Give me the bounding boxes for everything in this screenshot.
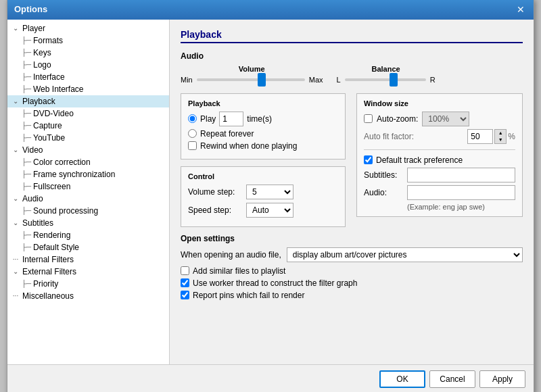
tree-item-player[interactable]: ⌄Player	[7, 22, 169, 34]
default-track-checkbox[interactable]	[364, 155, 373, 164]
tree-item-priority[interactable]: ├─Priority	[7, 278, 169, 290]
report-pins-row: Report pins which fail to render	[181, 291, 523, 300]
ok-button[interactable]: OK	[379, 370, 425, 388]
add-similar-row: Add similar files to playlist	[181, 266, 523, 276]
speed-step-label: Speed step:	[188, 205, 242, 215]
expander-audio: ⌄	[10, 195, 21, 202]
control-title: Control	[188, 172, 338, 180]
expander-formats: ├─	[21, 36, 32, 44]
tree-item-fullscreen[interactable]: ├─Fullscreen	[7, 180, 169, 193]
auto-zoom-checkbox[interactable]	[364, 114, 373, 123]
right-column: Window size Auto-zoom: 100%50%75%150%200…	[356, 93, 523, 234]
divider	[364, 149, 515, 150]
tree-label-miscellaneous: Miscellaneous	[21, 291, 74, 301]
tree-item-rendering[interactable]: ├─Rendering	[7, 229, 169, 241]
tree-item-capture[interactable]: ├─Capture	[7, 120, 169, 132]
playback-group: Playback Play time(s) Repeat forever	[181, 93, 346, 160]
two-col-layout: Playback Play time(s) Repeat forever	[181, 93, 523, 234]
tree-item-youtube[interactable]: ├─YouTube	[7, 132, 169, 144]
tree-item-keys[interactable]: ├─Keys	[7, 47, 169, 59]
tree-item-color-correction[interactable]: ├─Color correction	[7, 156, 169, 168]
tree-item-frame-sync[interactable]: ├─Frame synchronization	[7, 168, 169, 180]
subtitles-row: Subtitles:	[364, 168, 515, 182]
volume-group: Volume Min Max	[181, 65, 323, 84]
tree-label-web-interface: Web Interface	[32, 84, 83, 94]
auto-fit-spinner: ▲ ▼	[494, 129, 507, 144]
expander-capture: ├─	[21, 122, 32, 129]
tree-label-default-style: Default Style	[32, 243, 79, 252]
add-similar-label: Add similar files to playlist	[193, 266, 285, 276]
expander-frame-sync: ├─	[21, 170, 32, 178]
action-select[interactable]: display album art/cover pictures do noth…	[287, 247, 523, 262]
repeat-radio[interactable]	[188, 129, 197, 138]
content-panel: Playback Audio Volume Min Max	[170, 20, 534, 364]
tree-item-external-filters[interactable]: ⌄External Filters	[7, 266, 169, 278]
volume-step-select[interactable]: 51210	[246, 185, 293, 199]
default-track-label: Default track preference	[376, 155, 463, 165]
play-count-input[interactable]	[219, 112, 243, 126]
expander-priority: ├─	[21, 280, 32, 287]
title-bar: Options ✕	[7, 0, 534, 20]
audio-lang-label: Audio:	[364, 188, 403, 197]
tree-item-internal-filters[interactable]: ···Internal Filters	[7, 253, 169, 266]
open-settings-group: Open settings When opening an audio file…	[181, 234, 523, 300]
auto-fit-input[interactable]	[467, 129, 493, 144]
speed-step-select[interactable]: Auto0.10.20.5	[246, 203, 293, 218]
tree-item-sound-processing[interactable]: ├─Sound processing	[7, 205, 169, 217]
auto-zoom-label: Auto-zoom:	[377, 114, 418, 124]
auto-fit-label: Auto fit factor:	[364, 132, 414, 141]
spinner-down[interactable]: ▼	[495, 137, 506, 143]
expander-color-correction: ├─	[21, 158, 32, 166]
report-pins-label: Report pins which fail to render	[193, 291, 304, 300]
apply-button[interactable]: Apply	[479, 370, 525, 388]
play-radio[interactable]	[188, 114, 197, 123]
expander-logo: ├─	[21, 61, 32, 68]
window-body: ⌄Player├─Formats├─Keys├─Logo├─Interface├…	[7, 20, 534, 364]
dialog-title: Options	[14, 4, 47, 14]
expander-default-style: ├─	[21, 243, 32, 251]
balance-track[interactable]	[345, 78, 426, 81]
expander-internal-filters: ···	[10, 255, 21, 263]
auto-zoom-select[interactable]: 100%50%75%150%200%	[422, 112, 469, 126]
tree-label-playback: Playback	[21, 97, 55, 106]
options-dialog: Options ✕ ⌄Player├─Formats├─Keys├─Logo├─…	[7, 0, 534, 392]
tree-item-subtitles[interactable]: ⌄Subtitles	[7, 217, 169, 229]
tree-item-interface[interactable]: ├─Interface	[7, 71, 169, 83]
spinner-up[interactable]: ▲	[495, 130, 506, 137]
tree-item-default-style[interactable]: ├─Default Style	[7, 241, 169, 253]
volume-max-label: Max	[309, 76, 323, 84]
expander-fullscreen: ├─	[21, 182, 32, 190]
balance-thumb[interactable]	[390, 73, 398, 87]
close-button[interactable]: ✕	[515, 3, 527, 16]
tree-item-dvd-video[interactable]: ├─DVD-Video	[7, 107, 169, 120]
cancel-button[interactable]: Cancel	[429, 370, 475, 388]
rewind-checkbox[interactable]	[188, 141, 197, 150]
use-worker-checkbox[interactable]	[181, 278, 189, 287]
balance-right-label: R	[430, 76, 436, 84]
tree-item-video[interactable]: ⌄Video	[7, 144, 169, 156]
expander-player: ⌄	[10, 24, 21, 32]
expander-dvd-video: ├─	[21, 109, 32, 117]
tree-item-logo[interactable]: ├─Logo	[7, 59, 169, 71]
subtitles-input[interactable]	[407, 168, 515, 182]
tree-label-dvd-video: DVD-Video	[32, 109, 74, 118]
tree-label-color-correction: Color correction	[32, 157, 91, 167]
tree-label-subtitles: Subtitles	[21, 218, 53, 228]
volume-slider-row: Min Max	[181, 76, 323, 84]
expander-keys: ├─	[21, 49, 32, 56]
tree-item-miscellaneous[interactable]: ···Miscellaneous	[7, 290, 169, 302]
tree-item-web-interface[interactable]: ├─Web Interface	[7, 83, 169, 95]
volume-thumb[interactable]	[258, 73, 266, 87]
volume-title: Volume	[239, 65, 265, 73]
volume-track[interactable]	[197, 78, 305, 81]
expander-miscellaneous: ···	[10, 292, 21, 299]
volume-min-label: Min	[181, 76, 193, 84]
tree-item-playback[interactable]: ⌄Playback	[7, 95, 169, 107]
tree-item-formats[interactable]: ├─Formats	[7, 34, 169, 47]
tree-label-player: Player	[21, 24, 45, 33]
report-pins-checkbox[interactable]	[181, 291, 189, 299]
audio-input[interactable]	[407, 185, 515, 200]
play-radio-row: Play time(s)	[188, 112, 338, 126]
tree-item-audio[interactable]: ⌄Audio	[7, 193, 169, 205]
add-similar-checkbox[interactable]	[181, 266, 189, 275]
